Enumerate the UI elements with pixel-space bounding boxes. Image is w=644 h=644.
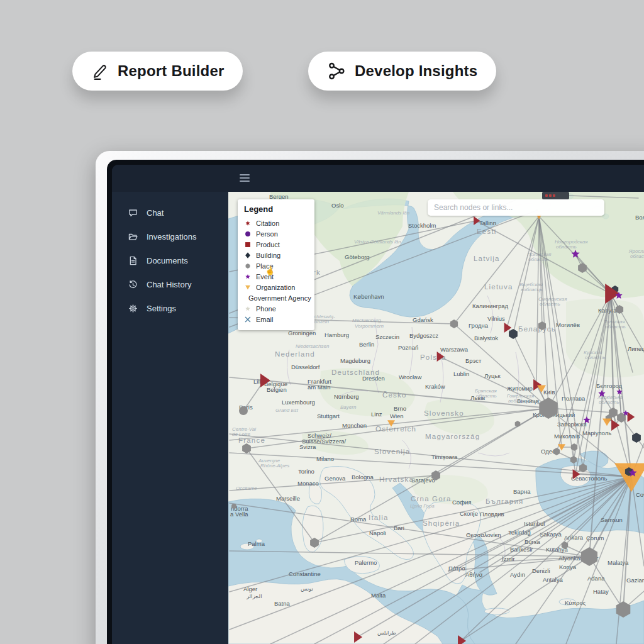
map-place-label: Bayern: [340, 404, 357, 410]
bld-legend-icon: [244, 252, 252, 259]
pho-legend-icon: [244, 305, 252, 313]
map-place-label: Wien: [390, 413, 404, 419]
map-place-label: Crna Gora: [411, 495, 452, 502]
map-place-label: Grand Est: [275, 408, 299, 413]
map-place-label: Київ: [543, 389, 555, 396]
map-place-label: Alger: [243, 586, 257, 592]
sidebar-item-label: Chat History: [147, 280, 192, 289]
map-place-label: Vilnius: [487, 315, 505, 322]
legend-item-label: Government Agency: [248, 294, 311, 302]
map-place-label: Eesti: [477, 228, 497, 235]
search-input[interactable]: [428, 199, 604, 216]
map-place-label: Samsun: [601, 516, 623, 523]
map-place-label: Poznań: [398, 344, 418, 351]
map-place-label: Latvija: [474, 255, 500, 262]
map-place-label: Gaziantep: [626, 577, 644, 584]
map-place-label: Wrocław: [399, 374, 421, 380]
sidebar-item-chat-history[interactable]: Chat History: [112, 272, 228, 296]
gear-icon: [128, 303, 138, 314]
map-place-label: Marseille: [276, 495, 300, 502]
map-place-label: вобласць: [521, 287, 543, 292]
map-place-label: Magyarország: [425, 433, 480, 440]
share-network-icon: [327, 62, 346, 80]
legend-item: Organization: [244, 282, 309, 292]
map-place-label: Adana: [587, 575, 605, 582]
map-place-label: Oslo: [331, 202, 344, 209]
map-place-label: a Vella: [230, 511, 248, 518]
map-place-label: Szczecin: [375, 333, 399, 340]
history-icon: [128, 279, 138, 290]
map-place-label: Bydgoszcz: [409, 332, 438, 339]
map-place-label: Vorpommern: [355, 323, 384, 329]
map-node-cir[interactable]: [239, 406, 248, 415]
map-place-label: Deutschland: [331, 369, 380, 376]
document-icon: [128, 255, 138, 266]
map-node-plc[interactable]: [581, 547, 597, 566]
legend-item: Government Agency: [244, 292, 309, 303]
legend-item: Citation: [244, 218, 309, 228]
map-place-label: Вологда: [635, 214, 644, 221]
folder-icon: [128, 231, 138, 242]
graph-edge: [454, 324, 548, 408]
map-place-label: Луцьк: [484, 372, 501, 379]
map-node-gov[interactable]: [628, 412, 635, 422]
map-place-label: Mecklenburg-: [352, 318, 383, 323]
sidebar-item-investigations[interactable]: Investigations: [112, 225, 228, 248]
legend-item: Phone: [244, 303, 309, 314]
sidebar-item-documents[interactable]: Documents: [112, 248, 228, 272]
pencil-icon: [91, 62, 109, 80]
map-place-label: Denizli: [532, 567, 550, 574]
map-place-label: Ankara: [564, 534, 584, 541]
sidebar-nav: ChatInvestigationsDocumentsChat HistoryS…: [112, 201, 228, 320]
map-node-plc[interactable]: [515, 421, 521, 427]
map-place-label: Malta: [371, 592, 386, 599]
map-place-label: Миколаїв: [554, 433, 580, 440]
hamburger-menu-icon[interactable]: [240, 174, 250, 184]
map-place-label: Bologna: [352, 474, 374, 480]
map-place-label: Svizra: [299, 443, 316, 450]
map-place-label: Palma: [248, 540, 265, 547]
map-node-org[interactable]: [602, 418, 611, 426]
map-place-label: България: [486, 497, 523, 505]
sidebar: seekr˙Intel ChatInvestigationsDocumentsC…: [112, 165, 228, 644]
map-place-label: Nürnberg: [334, 393, 359, 400]
sidebar-item-label: Chat: [147, 208, 164, 218]
legend-item: Place: [244, 260, 309, 271]
legend-item-label: Event: [256, 273, 274, 280]
map-place-label: Калининград: [472, 303, 508, 309]
legend-item-label: Person: [256, 230, 278, 238]
evt-legend-icon: [244, 273, 252, 280]
map-place-label: Сочи: [636, 491, 644, 498]
map-canvas[interactable]: BergenOsloStockholmGöteborgKøbenhavnGdań…: [228, 192, 644, 644]
map-place-label: Lietuva: [484, 283, 513, 291]
map-place-label: Скопје: [460, 510, 478, 517]
map-node-cir[interactable]: [231, 504, 236, 509]
map-place-label: Berlin: [359, 341, 374, 348]
sidebar-item-settings[interactable]: Settings: [112, 296, 228, 320]
legend-item-label: Product: [256, 241, 280, 248]
seekr-intel-app: seekr˙Intel ChatInvestigationsDocumentsC…: [112, 165, 644, 644]
map-place-label: Luxembourg: [282, 399, 315, 406]
map-place-label: طرابلس: [377, 630, 396, 636]
map-place-label: Västra Götalands län: [354, 239, 401, 245]
map-place-label: Düsseldorf: [291, 364, 320, 370]
develop-insights-button[interactable]: Develop Insights: [308, 52, 496, 91]
legend-item: Event: [244, 271, 309, 282]
map-place-label: Shqipëria: [423, 519, 460, 527]
report-builder-button[interactable]: Report Builder: [72, 52, 243, 91]
cit-legend-icon: [244, 219, 252, 227]
pro-legend-icon: [244, 241, 252, 248]
sidebar-item-label: Documents: [147, 256, 188, 265]
map-place-label: Linz: [371, 411, 382, 418]
eml-legend-icon: [244, 316, 252, 323]
map-place-label: Groningen: [288, 330, 316, 336]
legend-item: Person: [244, 228, 309, 239]
sidebar-item-chat[interactable]: Chat: [112, 201, 228, 225]
legend-item-label: Building: [256, 252, 280, 259]
map-place-label: Варна: [513, 488, 531, 495]
map-place-label: Italia: [369, 514, 389, 521]
graph-edge: [507, 216, 539, 328]
map-place-label: تونس: [301, 586, 314, 592]
map-place-label: Rhône-Alpes: [260, 463, 289, 469]
map-place-label: Torino: [298, 468, 314, 475]
